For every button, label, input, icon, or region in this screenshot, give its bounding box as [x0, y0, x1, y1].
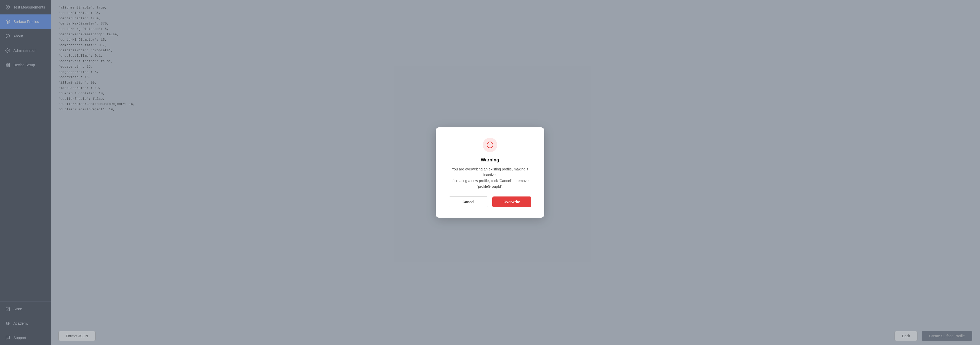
modal-buttons: Cancel Overwrite [449, 196, 531, 207]
modal-message-line2: If creating a new profile, click 'Cancel… [452, 179, 529, 188]
modal-overwrite-button[interactable]: Overwrite [492, 196, 531, 207]
modal-overlay: Warning You are overwriting an existing … [0, 0, 980, 345]
warning-icon-wrap [483, 138, 497, 152]
modal-message-line1: You are overwriting an existing profile,… [452, 167, 528, 177]
modal-cancel-button[interactable]: Cancel [449, 196, 488, 207]
modal-title: Warning [449, 157, 531, 163]
alert-circle-icon [486, 141, 494, 149]
warning-modal: Warning You are overwriting an existing … [436, 127, 544, 218]
modal-message: You are overwriting an existing profile,… [449, 166, 531, 190]
